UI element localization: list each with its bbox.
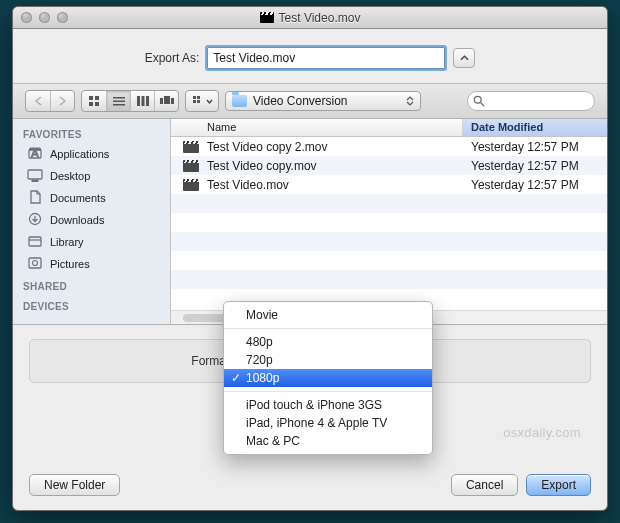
close-window-button[interactable] — [21, 12, 32, 23]
column-headers: Name Date Modified — [171, 119, 607, 137]
format-option[interactable]: 720p — [224, 351, 432, 369]
downloads-icon — [27, 212, 43, 228]
view-columns-button[interactable] — [130, 91, 154, 111]
sidebar-header: SHARED — [13, 275, 170, 295]
documents-icon — [27, 190, 43, 206]
svg-rect-6 — [113, 104, 125, 106]
search-input[interactable] — [467, 91, 595, 111]
file-browser: FAVORITESAApplicationsDesktopDocumentsDo… — [13, 119, 607, 325]
svg-rect-0 — [89, 96, 93, 100]
format-option[interactable]: 480p — [224, 333, 432, 351]
file-row — [171, 270, 607, 289]
collapse-dialog-button[interactable] — [453, 48, 475, 68]
file-name: Test Video copy.mov — [207, 159, 463, 173]
file-row[interactable]: Test Video copy.movYesterday 12:57 PM — [171, 156, 607, 175]
watermark-text: osxdaily.com — [503, 425, 581, 440]
svg-rect-1 — [95, 96, 99, 100]
window-title: Test Video.mov — [279, 11, 361, 25]
sidebar-header: FAVORITES — [13, 123, 170, 143]
arrange-menu[interactable] — [185, 90, 219, 112]
sidebar-item-label: Pictures — [50, 258, 90, 270]
view-mode-switcher — [81, 90, 179, 112]
svg-point-17 — [474, 96, 481, 103]
menu-separator — [224, 391, 432, 392]
save-dialog: Test Video.mov Export As: Video C — [12, 6, 608, 511]
folder-icon — [232, 95, 247, 107]
minimize-window-button[interactable] — [39, 12, 50, 23]
svg-rect-9 — [146, 96, 149, 106]
view-icons-button[interactable] — [82, 91, 106, 111]
export-button[interactable]: Export — [526, 474, 591, 496]
back-button[interactable] — [26, 91, 50, 111]
sidebar-item-documents[interactable]: Documents — [13, 187, 170, 209]
svg-rect-7 — [137, 96, 140, 106]
library-icon — [27, 234, 43, 250]
format-option[interactable]: 1080p — [224, 369, 432, 387]
view-coverflow-button[interactable] — [154, 91, 178, 111]
svg-rect-16 — [197, 100, 200, 103]
forward-button[interactable] — [50, 91, 74, 111]
file-row — [171, 213, 607, 232]
sidebar-item-label: Desktop — [50, 170, 90, 182]
applications-icon: A — [27, 146, 43, 162]
sidebar-item-desktop[interactable]: Desktop — [13, 165, 170, 187]
movie-file-icon — [183, 141, 199, 153]
svg-rect-15 — [193, 100, 196, 103]
pictures-icon — [27, 256, 43, 272]
file-row — [171, 251, 607, 270]
view-list-button[interactable] — [106, 91, 130, 111]
file-row[interactable]: Test Video.movYesterday 12:57 PM — [171, 175, 607, 194]
format-option[interactable]: Movie — [224, 306, 432, 324]
svg-rect-14 — [197, 96, 200, 99]
desktop-icon — [27, 168, 43, 184]
svg-rect-22 — [32, 180, 38, 182]
traffic-lights — [13, 12, 68, 23]
svg-rect-12 — [171, 98, 174, 104]
format-option[interactable]: iPod touch & iPhone 3GS — [224, 396, 432, 414]
file-row — [171, 232, 607, 251]
svg-rect-13 — [193, 96, 196, 99]
updown-icon — [406, 96, 414, 106]
file-name: Test Video copy 2.mov — [207, 140, 463, 154]
column-name-header[interactable]: Name — [171, 119, 463, 136]
file-date: Yesterday 12:57 PM — [463, 140, 607, 154]
svg-rect-24 — [29, 237, 41, 246]
sidebar-item-library[interactable]: Library — [13, 231, 170, 253]
sidebar-item-label: Downloads — [50, 214, 104, 226]
search-icon — [473, 95, 485, 107]
sidebar-item-applications[interactable]: AApplications — [13, 143, 170, 165]
svg-rect-11 — [164, 96, 170, 104]
svg-rect-2 — [89, 102, 93, 106]
svg-rect-3 — [95, 102, 99, 106]
format-option[interactable]: iPad, iPhone 4 & Apple TV — [224, 414, 432, 432]
filename-input[interactable] — [207, 47, 445, 69]
cancel-button[interactable]: Cancel — [451, 474, 518, 496]
menu-separator — [224, 328, 432, 329]
location-popup[interactable]: Video Conversion — [225, 91, 421, 111]
file-list-pane: Name Date Modified Test Video copy 2.mov… — [171, 119, 607, 324]
bottom-bar: New Folder Cancel Export — [13, 464, 607, 510]
search-wrap — [467, 91, 595, 111]
format-option[interactable]: Mac & PC — [224, 432, 432, 450]
browser-toolbar: Video Conversion — [13, 83, 607, 119]
new-folder-button[interactable]: New Folder — [29, 474, 120, 496]
format-menu[interactable]: Movie480p720p1080piPod touch & iPhone 3G… — [223, 301, 433, 455]
column-date-header[interactable]: Date Modified — [463, 119, 607, 136]
sidebar-item-pictures[interactable]: Pictures — [13, 253, 170, 275]
file-date: Yesterday 12:57 PM — [463, 159, 607, 173]
movie-file-icon — [183, 179, 199, 191]
nav-back-forward — [25, 90, 75, 112]
sidebar-header: DEVICES — [13, 295, 170, 315]
svg-rect-4 — [113, 97, 125, 99]
file-row[interactable]: Test Video copy 2.movYesterday 12:57 PM — [171, 137, 607, 156]
movie-file-icon — [183, 160, 199, 172]
sidebar-item-label: Documents — [50, 192, 106, 204]
export-as-label: Export As: — [145, 51, 200, 65]
sidebar-item-label: Library — [50, 236, 84, 248]
svg-rect-8 — [141, 96, 144, 106]
titlebar: Test Video.mov — [13, 7, 607, 29]
svg-rect-10 — [160, 98, 163, 104]
sidebar-item-downloads[interactable]: Downloads — [13, 209, 170, 231]
zoom-window-button[interactable] — [57, 12, 68, 23]
sidebar: FAVORITESAApplicationsDesktopDocumentsDo… — [13, 119, 171, 324]
